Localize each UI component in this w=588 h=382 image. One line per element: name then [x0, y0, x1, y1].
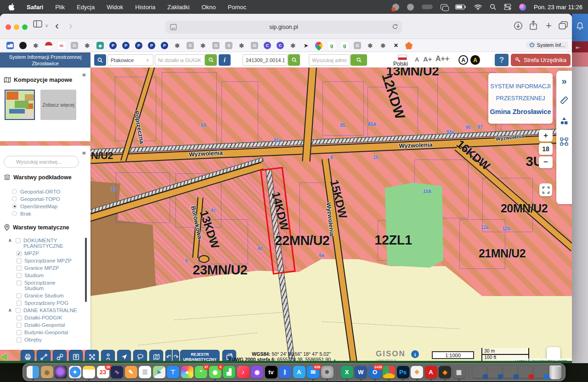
panel-collapse-arrow-icon[interactable]: ◀	[0, 351, 7, 362]
parcel-id-input[interactable]	[243, 54, 288, 66]
measure-ruler-icon[interactable]	[560, 96, 569, 107]
bookmark-icon[interactable]: P	[122, 42, 130, 49]
zoom-window-button[interactable]	[22, 24, 28, 30]
bookmark-icon[interactable]: ✱	[174, 42, 181, 49]
dock-app[interactable]: ◉ 6	[209, 366, 221, 378]
identify-button[interactable]: i	[219, 54, 231, 66]
radio-icon[interactable]	[12, 196, 17, 201]
collapse-tools-icon[interactable]: »	[561, 76, 566, 86]
bookmark-icon[interactable]: G	[251, 42, 258, 49]
radio-icon[interactable]	[12, 211, 17, 216]
dock-app[interactable]: ▟	[223, 366, 235, 378]
sidebar-chevron-icon[interactable]: ∨	[45, 23, 48, 28]
bookmark-icon[interactable]: ➤	[302, 42, 310, 49]
dock-app[interactable]: O 1438	[369, 366, 381, 378]
collapse-panel-icon[interactable]: «	[82, 70, 86, 78]
font-size-normal-button[interactable]: A	[415, 56, 419, 63]
layer-checkbox[interactable]	[17, 301, 22, 306]
zoom-out-button[interactable]: −	[539, 156, 553, 168]
font-size-large-button[interactable]: A++	[435, 55, 449, 63]
layer-search-input[interactable]	[4, 156, 79, 168]
bookmark-system-informacji[interactable]: System Inf...	[526, 41, 568, 49]
bookmark-icon[interactable]: G	[71, 42, 78, 49]
parcel-search-go-button[interactable]	[205, 54, 217, 66]
dock-app[interactable]: ▦	[453, 366, 465, 378]
bookmark-icon[interactable]: ✱	[84, 42, 91, 49]
dock-app[interactable]: ◉	[251, 366, 263, 378]
tree-scrollbar[interactable]	[85, 238, 87, 302]
layer-tree-item[interactable]: Studium	[0, 271, 90, 278]
layer-checkbox[interactable]	[17, 273, 22, 278]
address-bar[interactable]: sip.gison.pl	[165, 21, 402, 34]
forward-button[interactable]: ›	[69, 20, 73, 32]
layer-checkbox[interactable]	[17, 337, 22, 342]
close-window-button[interactable]	[6, 24, 11, 30]
bookmark-icon[interactable]: S	[225, 42, 232, 49]
contrast-high-button[interactable]: A	[470, 55, 480, 65]
address-search-input[interactable]	[309, 54, 350, 66]
poland-flag-icon[interactable]	[398, 55, 407, 60]
share-icon[interactable]	[529, 20, 537, 32]
dock-app[interactable]: “ 37	[195, 366, 207, 378]
base-layer-option[interactable]: Brak	[12, 210, 60, 217]
layer-checkbox[interactable]	[17, 330, 22, 335]
dock-app[interactable]: ●	[181, 366, 193, 378]
parcel-search-button[interactable]	[94, 54, 106, 66]
layer-checkbox[interactable]	[17, 323, 22, 328]
dock-app[interactable]: ➤	[153, 366, 165, 378]
reload-icon[interactable]	[392, 23, 398, 31]
minimized-window-preview[interactable]	[503, 366, 517, 378]
layer-checkbox[interactable]	[16, 308, 21, 313]
town-select-chevron-icon[interactable]: ∨	[146, 58, 149, 63]
menu-okno[interactable]: Okno	[202, 4, 216, 11]
minimized-window-preview[interactable]	[488, 366, 502, 378]
bookmark-icon[interactable]	[314, 40, 324, 51]
bookmark-icon[interactable]: ID	[58, 42, 65, 49]
siri-icon[interactable]	[519, 4, 526, 11]
dock-app[interactable]: A	[293, 366, 305, 378]
bookmark-icon[interactable]: g	[328, 42, 335, 49]
menu-widok[interactable]: Widok	[107, 4, 123, 11]
dock-app[interactable]: ●	[383, 366, 395, 378]
notification-bell-icon[interactable]	[576, 22, 584, 32]
dock-app[interactable]	[55, 366, 67, 378]
bookmark-icon[interactable]: S	[187, 42, 194, 49]
new-tab-button[interactable]: +	[546, 20, 552, 32]
layer-tree-item[interactable]: Sporządzane MPZP	[0, 256, 90, 263]
dock-app[interactable]: ✱	[321, 366, 334, 378]
dock-app[interactable]: ✉ 626	[307, 366, 319, 378]
strefa-urzednika-button[interactable]: Strefa Urzędnika	[511, 54, 571, 66]
parcel-id-search-button[interactable]	[288, 54, 300, 66]
dock-app[interactable]: A	[425, 366, 437, 378]
sidebar-expand-icon[interactable]: ⇤	[576, 44, 581, 51]
bookmark-icon[interactable]	[19, 42, 27, 49]
spotlight-icon[interactable]	[490, 4, 496, 10]
layer-tree-item[interactable]: Obręby	[0, 335, 90, 342]
dock-app[interactable]	[27, 366, 39, 378]
bookmark-icon[interactable]: P	[148, 42, 155, 49]
page-settings-icon[interactable]	[170, 24, 177, 32]
wifi-icon[interactable]	[474, 4, 482, 10]
dock-app[interactable]: ☰	[139, 366, 151, 378]
contrast-normal-button[interactable]: A	[458, 55, 468, 65]
menu-zakladki[interactable]: Zakładki	[167, 4, 189, 11]
stage-manager-icon[interactable]	[441, 4, 447, 10]
bookmark-icon[interactable]: ✱	[379, 42, 387, 49]
layer-tree-item[interactable]: Działki-PODGIK	[0, 313, 90, 320]
layer-checkbox[interactable]	[17, 315, 22, 320]
menubar-clock[interactable]: Pon. 23 mar 11:26	[534, 4, 582, 11]
bookmark-icon[interactable]: P	[161, 42, 168, 49]
screen-recording-icon[interactable]	[392, 4, 399, 11]
base-layer-option[interactable]: Geoportal-TOPO	[12, 195, 60, 202]
menu-edycja[interactable]: Edycja	[77, 4, 95, 11]
bookmark-icon[interactable]: ☻	[96, 42, 104, 49]
layer-tree-item[interactable]: Granice Studium	[0, 291, 90, 298]
sidebar-toggle-icon[interactable]	[33, 20, 42, 29]
base-layer-option[interactable]: OpenStreetMap	[12, 203, 60, 210]
gison-logo[interactable]: GISON | www.gison.pl	[376, 349, 406, 362]
layer-checkbox[interactable]: ✓	[17, 251, 22, 256]
minimize-window-button[interactable]	[14, 24, 19, 30]
layer-checkbox[interactable]	[17, 258, 22, 263]
bookmark-icon[interactable]: G	[354, 42, 361, 49]
dock-app[interactable]: Ps	[397, 366, 409, 378]
